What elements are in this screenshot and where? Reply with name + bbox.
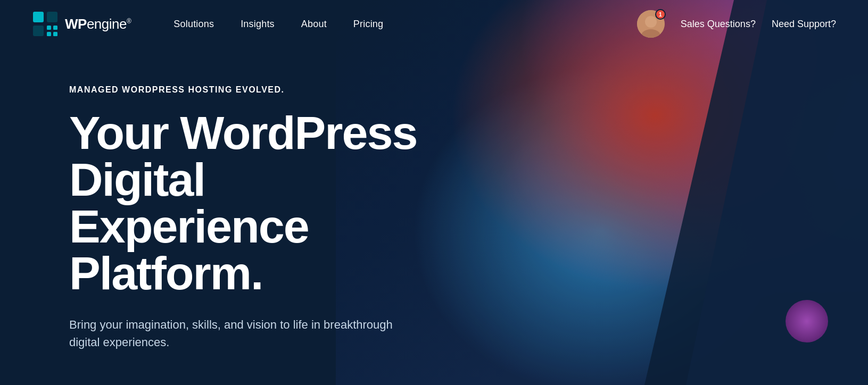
- purple-circle-decoration: [786, 300, 828, 342]
- logo[interactable]: WPengine®: [32, 11, 131, 37]
- sales-questions-link[interactable]: Sales Questions?: [681, 19, 756, 30]
- svg-rect-1: [47, 12, 57, 22]
- nav-right: 1 Sales Questions? Need Support?: [637, 10, 836, 38]
- nav-about[interactable]: About: [301, 19, 327, 30]
- hero-title-line1: Your WordPress Digital: [69, 106, 417, 206]
- svg-rect-3: [47, 26, 51, 30]
- need-support-link[interactable]: Need Support?: [772, 19, 836, 30]
- hero-content: MANAGED WORDPRESS HOSTING EVOLVED. Your …: [69, 85, 484, 351]
- svg-rect-0: [33, 12, 44, 22]
- nav-links: Solutions Insights About Pricing: [173, 19, 637, 30]
- nav-pricing[interactable]: Pricing: [353, 19, 383, 30]
- svg-point-8: [645, 16, 657, 28]
- svg-rect-6: [53, 32, 57, 36]
- notification-badge: 1: [655, 9, 666, 20]
- hero-title: Your WordPress Digital Experience Platfo…: [69, 110, 484, 297]
- page-wrapper: WPengine® Solutions Insights About Prici…: [0, 0, 868, 385]
- hero-title-line2: Experience Platform.: [69, 200, 309, 299]
- nav-solutions[interactable]: Solutions: [173, 19, 214, 30]
- nav-insights[interactable]: Insights: [241, 19, 275, 30]
- navbar: WPengine® Solutions Insights About Prici…: [0, 0, 868, 48]
- logo-icon: [32, 11, 59, 37]
- svg-rect-5: [47, 32, 51, 36]
- logo-text: WPengine®: [65, 16, 131, 32]
- avatar-wrapper[interactable]: 1: [637, 10, 665, 38]
- svg-rect-4: [53, 26, 57, 30]
- hero-description: Bring your imagination, skills, and visi…: [69, 316, 410, 351]
- hero-subtitle: MANAGED WORDPRESS HOSTING EVOLVED.: [69, 85, 484, 95]
- svg-rect-2: [33, 26, 44, 36]
